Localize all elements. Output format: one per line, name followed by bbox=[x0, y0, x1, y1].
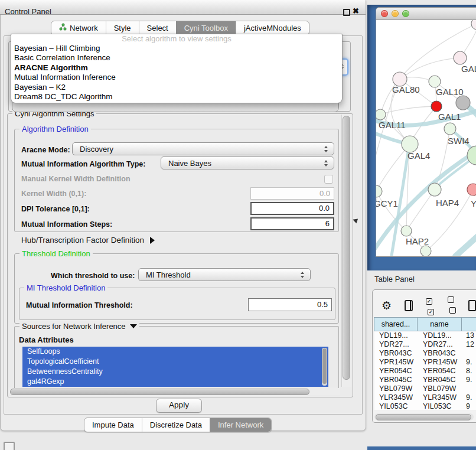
table-hscrollbar-thumb[interactable] bbox=[376, 414, 471, 420]
table-cell: YDL19... bbox=[418, 331, 463, 340]
table-cell: 9. bbox=[463, 376, 476, 384]
deselect-all-icon[interactable] bbox=[448, 295, 457, 316]
zoom-traffic-light[interactable] bbox=[402, 10, 409, 17]
table-row[interactable]: YDR27...YDR27...12 bbox=[374, 340, 476, 349]
close-icon[interactable]: ✖ bbox=[353, 6, 359, 15]
attribute-list-item[interactable]: gal4RGexp bbox=[22, 377, 328, 387]
float-window-icon[interactable] bbox=[343, 9, 350, 16]
algorithm-option[interactable]: Dream8 DC_TDC Algorithm bbox=[11, 92, 342, 102]
network-node[interactable] bbox=[420, 246, 431, 256]
tab-network[interactable]: Network bbox=[51, 21, 106, 35]
network-edge-highlighted[interactable] bbox=[455, 235, 476, 256]
table-cell: YDR27... bbox=[418, 340, 463, 349]
control-panel-titlebar[interactable] bbox=[0, 0, 366, 15]
attribute-list-item[interactable]: BetweennessCentrality bbox=[22, 367, 328, 377]
network-view-window[interactable]: GALGAL80GAL10GAL1GAL11SWI4GAL4GCY1HAP4YH… bbox=[376, 7, 476, 257]
tab-impute-data[interactable]: Impute Data bbox=[84, 418, 142, 432]
split-columns-icon[interactable] bbox=[405, 300, 413, 311]
minimize-traffic-light[interactable] bbox=[392, 10, 399, 17]
gear-icon[interactable]: ⚙ bbox=[382, 299, 392, 312]
network-node-gal10[interactable] bbox=[429, 76, 441, 87]
network-node-label: SWI4 bbox=[448, 136, 470, 146]
network-node-gal4[interactable] bbox=[402, 136, 418, 152]
tab-style[interactable]: Style bbox=[106, 21, 139, 35]
attribute-list-item[interactable]: TopologicalCoefficient bbox=[22, 357, 328, 367]
table-row[interactable]: YPR145WYPR145W9. bbox=[374, 358, 476, 367]
close-traffic-light[interactable] bbox=[381, 10, 388, 17]
stepper-icon bbox=[324, 160, 328, 167]
settings-hscrollbar-thumb[interactable] bbox=[10, 389, 309, 395]
mi-steps-field[interactable]: 6 bbox=[250, 217, 334, 230]
data-attributes-list: SelfLoopsTopologicalCoefficientBetweenne… bbox=[22, 347, 328, 387]
hub-definition-expander[interactable]: Hub/Transcription Factor Definition bbox=[21, 236, 155, 244]
network-node-hap2[interactable] bbox=[401, 226, 412, 236]
network-node-label: GAL4 bbox=[407, 151, 430, 161]
table-row[interactable]: YBL079WYBL079W bbox=[374, 384, 476, 393]
table-body: YDL19...YDL19...13YDR27...YDR27...12YBR0… bbox=[374, 331, 476, 410]
network-window-titlebar[interactable] bbox=[376, 8, 476, 20]
sources-title: Sources for Network Inference bbox=[19, 322, 139, 331]
table-row[interactable]: YDL19...YDL19...13 bbox=[374, 331, 476, 340]
table-panel-toolbar: ⚙ ✓✓ bbox=[374, 295, 476, 315]
which-threshold-combo[interactable]: MI Threshold bbox=[138, 268, 311, 281]
network-node-gal1[interactable] bbox=[431, 101, 442, 112]
network-node-swi4[interactable] bbox=[444, 123, 456, 135]
algorithm-option[interactable]: Mutual Information Inference bbox=[11, 73, 342, 82]
algorithm-dropdown-placeholder: Select algorithm to view settings bbox=[11, 34, 342, 44]
network-node-y[interactable] bbox=[467, 184, 476, 195]
table-row[interactable]: YLR345WYLR345W9. bbox=[374, 393, 476, 402]
settings-vscrollbar-thumb[interactable] bbox=[343, 116, 350, 380]
algorithm-option[interactable]: Bayesian – K2 bbox=[11, 83, 342, 92]
network-canvas[interactable]: GALGAL80GAL10GAL1GAL11SWI4GAL4GCY1HAP4YH… bbox=[376, 20, 476, 256]
table-cell: YER054C bbox=[374, 367, 418, 376]
table-cell: 12 bbox=[463, 340, 476, 349]
table-cell: YBR043C bbox=[374, 349, 418, 358]
table-row[interactable]: YBR043CYBR043C bbox=[374, 349, 476, 358]
algorithm-option[interactable]: ARACNE Algorithm bbox=[11, 63, 342, 73]
table-cell: YER054C bbox=[418, 367, 463, 376]
tab-discretize-data[interactable]: Discretize Data bbox=[142, 418, 210, 432]
algorithm-option[interactable]: Basic Correlation Inference bbox=[11, 53, 342, 63]
tab-network-label: Network bbox=[70, 22, 98, 35]
attributes-scrollbar-thumb[interactable] bbox=[322, 348, 327, 384]
table-cell: 8. bbox=[463, 367, 476, 376]
tab-cyni-toolbox[interactable]: Cyni Toolbox bbox=[176, 21, 236, 35]
tab-jactivemnodules[interactable]: jActiveMNodules bbox=[236, 21, 309, 35]
table-row[interactable]: YBR045CYBR045C9. bbox=[374, 376, 476, 384]
table-row[interactable]: YIL053CYIL053C9 bbox=[374, 402, 476, 410]
control-panel-title: Control Panel bbox=[5, 7, 51, 16]
screen: Control Panel ✖ Network Style Select Cyn… bbox=[0, 0, 476, 450]
network-node-gcy1[interactable] bbox=[376, 185, 382, 197]
table-cell: YBR045C bbox=[374, 376, 418, 384]
table-row[interactable]: YER054CYER054C8. bbox=[374, 367, 476, 376]
algorithm-option[interactable]: Bayesian – Hill Climbing bbox=[11, 44, 342, 53]
table-cell bbox=[463, 349, 476, 358]
export-table-icon[interactable] bbox=[468, 300, 476, 311]
table-column-header[interactable]: name bbox=[417, 317, 462, 331]
table-cell: YBL079W bbox=[374, 384, 418, 393]
mi-algorithm-type-combo[interactable]: Naive Bayes bbox=[161, 156, 334, 169]
table-cell: YBL079W bbox=[418, 384, 463, 393]
network-node[interactable] bbox=[471, 20, 476, 30]
table-cell bbox=[463, 384, 476, 393]
threshold-definition-title: Threshold Definition bbox=[19, 249, 93, 258]
algorithm-popup-items: Bayesian – Hill ClimbingBasic Correlatio… bbox=[11, 44, 342, 102]
attribute-list-item[interactable]: SelfLoops bbox=[22, 347, 328, 357]
network-node-hap4[interactable] bbox=[428, 183, 441, 196]
network-node[interactable] bbox=[456, 96, 470, 110]
mi-threshold-field[interactable]: 0.5 bbox=[248, 298, 332, 311]
network-node-gal[interactable] bbox=[454, 51, 467, 64]
select-all-icon[interactable]: ✓✓ bbox=[426, 295, 435, 316]
table-cell: YPR145W bbox=[418, 358, 463, 367]
table-cell: YIL053C bbox=[418, 402, 463, 410]
table-column-header[interactable]: shared... bbox=[374, 317, 418, 331]
collapsed-panel-icon[interactable] bbox=[4, 442, 15, 450]
table-cell: YBR043C bbox=[418, 349, 463, 358]
tab-infer-network[interactable]: Infer Network bbox=[210, 418, 271, 432]
apply-button[interactable]: Apply bbox=[156, 399, 202, 413]
table-column-header[interactable] bbox=[461, 317, 476, 331]
tab-select[interactable]: Select bbox=[139, 21, 176, 35]
aracne-mode-combo[interactable]: Discovery bbox=[72, 142, 334, 155]
network-node-gal11[interactable] bbox=[376, 109, 386, 120]
dpi-tolerance-field[interactable]: 0.0 bbox=[250, 202, 334, 215]
